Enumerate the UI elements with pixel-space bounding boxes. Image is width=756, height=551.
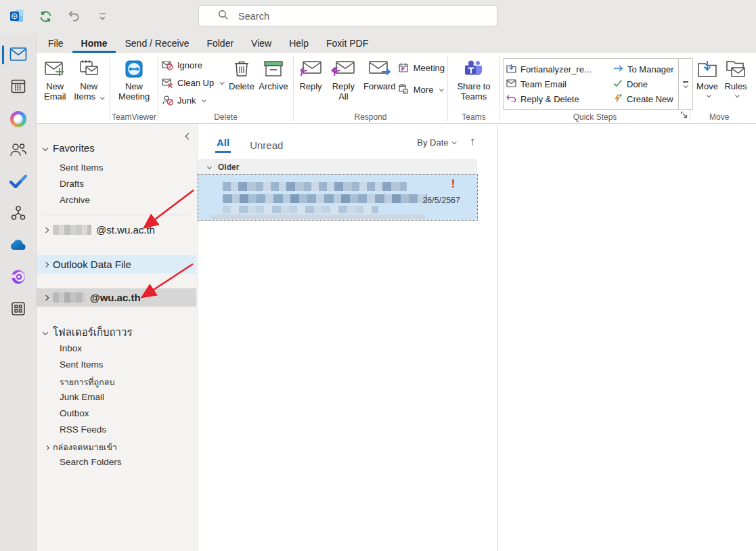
group-header-older[interactable]: Older [198,159,477,175]
folder-sent-items[interactable]: Sent Items [60,359,219,370]
envelope-icon [506,79,516,89]
favorites-archive[interactable]: Archive [60,195,219,205]
archive-box-icon [263,57,284,81]
delete-button[interactable]: Delete [227,56,257,92]
folder-inbox[interactable]: Inbox [60,343,219,353]
outlook-data-file-header[interactable]: Outlook Data File [37,255,196,273]
chevron-down-icon [43,330,48,335]
collapse-folder-pane-button[interactable] [186,131,191,141]
ribbon-group-delete: Ignore Clean Up Junk [158,53,293,123]
chevron-right-icon [43,294,49,300]
rail-people-button[interactable] [0,135,37,167]
pane-divider [43,215,190,215]
tab-file[interactable]: File [39,32,72,53]
rail-groups-button[interactable] [0,198,37,230]
more-respond-icon [397,84,409,95]
rail-todo-button[interactable] [0,167,37,198]
sort-direction-button[interactable]: ↑ [470,135,475,148]
meeting-button[interactable]: Meeting [397,62,445,74]
people-icon [9,142,27,160]
meeting-icon [397,62,409,73]
redacted-account-name [53,225,91,235]
favorites-header[interactable]: Favorites [43,142,203,154]
quick-step-to-manager[interactable]: To Manager [613,62,675,76]
rules-button[interactable]: Rules [721,56,750,99]
forward-button[interactable]: Forward [362,56,397,92]
rail-loop-button[interactable] [0,262,37,294]
search-input[interactable] [238,11,462,22]
more-respond-button[interactable]: More [397,83,445,95]
share-to-teams-button[interactable]: Share to Teams [451,56,497,103]
chevron-right-icon [43,227,49,232]
rail-onedrive-button[interactable] [0,230,37,262]
new-meeting-button[interactable]: New Meeting [113,56,155,103]
tab-all[interactable]: All [215,137,231,153]
ribbon-group-teamviewer: New Meeting TeamViewer [110,53,158,123]
ignore-button[interactable]: Ignore [161,59,227,71]
folder-inbox-thai[interactable]: กล่องจดหมายเข้า [45,441,205,454]
sort-by-dropdown[interactable]: By Date [417,137,455,148]
tab-folder[interactable]: Folder [198,32,242,53]
account-wu-header[interactable]: @wu.ac.th [37,288,196,307]
outlook-window: File Home Send / Receive Folder View Hel… [0,0,756,551]
quick-step-team-email[interactable]: Team Email [506,77,606,91]
favorites-sent-items[interactable]: Sent Items [60,162,219,173]
rail-more-apps-button[interactable] [0,294,37,326]
quick-step-reply-delete[interactable]: Reply & Delete [506,92,606,106]
chevron-down-icon [43,145,48,150]
customize-toolbar-icon[interactable] [93,7,111,25]
rail-mail-button[interactable] [0,39,37,71]
favorites-drafts[interactable]: Drafts [60,179,219,189]
quick-step-create-new[interactable]: Create New [613,92,675,106]
redacted-account-name [53,292,85,303]
reply-arrow-icon [506,93,516,104]
new-items-icon [78,57,99,81]
folder-search-folders[interactable]: Search Folders [60,457,219,467]
email-list-item[interactable]: ! 26/5/2567 [198,175,477,220]
folder-outbox[interactable]: Outbox [60,408,219,418]
folder-rss-feeds[interactable]: RSS Feeds [60,424,219,435]
quick-step-done[interactable]: Done [613,77,675,91]
group-label-teamviewer: TeamViewer [110,112,158,122]
archive-mailbox-header[interactable]: โฟลเดอร์เก็บถาวร [43,324,203,340]
new-email-button[interactable]: New Email [39,56,70,103]
tab-help[interactable]: Help [280,32,317,53]
tab-unread[interactable]: Unread [250,139,283,151]
chevron-right-icon [43,261,49,267]
tab-foxit-pdf[interactable]: Foxit PDF [317,32,377,53]
account-st-wu-header[interactable]: @st.wu.ac.th [44,224,204,236]
move-button[interactable]: Move [693,56,721,99]
chevron-down-icon [220,80,224,84]
clean-up-button[interactable]: Clean Up [161,76,227,89]
quick-steps-dialog-launcher-icon[interactable] [680,109,688,121]
junk-button[interactable]: Junk [161,94,227,106]
tab-send-receive[interactable]: Send / Receive [116,32,198,53]
app-rail [0,32,37,551]
rail-copilot-button[interactable] [0,103,37,135]
outlook-app-icon [8,7,26,25]
high-importance-icon: ! [451,178,455,190]
redacted-subject-line [223,194,427,203]
group-label-move: Move [690,112,756,122]
org-chart-icon [10,205,26,224]
new-items-button[interactable]: New Items [70,56,107,103]
apps-grid-icon [10,301,26,319]
tab-view[interactable]: View [242,32,280,53]
send-receive-sync-icon[interactable] [37,7,54,25]
reply-button[interactable]: Reply [296,56,325,92]
folder-junk-email[interactable]: Junk Email [60,392,219,402]
folder-deleted-items[interactable]: รายการที่ถูกลบ [60,376,219,389]
search-bar[interactable] [198,5,497,26]
undo-icon[interactable] [65,7,83,25]
tab-home[interactable]: Home [72,32,116,53]
mail-icon [9,47,27,64]
menu-bar: File Home Send / Receive Folder View Hel… [37,32,756,53]
rail-calendar-button[interactable] [0,71,37,103]
title-bar [0,0,756,32]
reply-all-button[interactable]: Reply All [325,56,362,103]
reply-icon [299,57,322,81]
delete-trash-icon [233,57,250,81]
quick-step-fortianalyzer[interactable]: Fortianalyzer_re... [506,62,606,76]
archive-button[interactable]: Archive [257,56,290,92]
ribbon-group-quick-steps: Fortianalyzer_re... Team Email [500,53,690,123]
